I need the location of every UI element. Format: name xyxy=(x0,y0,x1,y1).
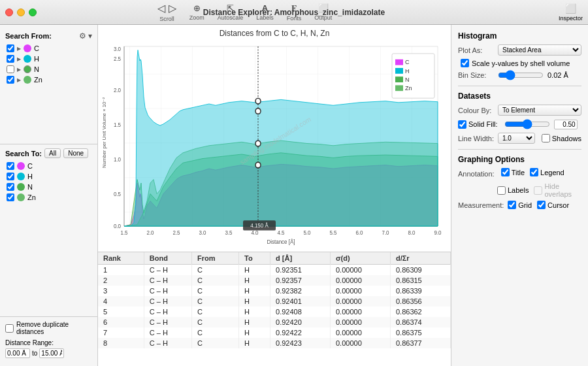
annotation-row: Annotation: Title Legend xyxy=(458,168,581,179)
svg-text:7.0: 7.0 xyxy=(382,229,389,236)
sidebar: Search From: ⚙ ▾ ▶ C ▶ H ▶ xyxy=(0,25,98,366)
bin-size-label: Bin Size: xyxy=(458,71,494,79)
search-to-header: Search To: All None xyxy=(0,148,97,158)
labels-checkbox[interactable] xyxy=(497,186,506,195)
title-checkbox[interactable] xyxy=(501,168,510,176)
svg-text:Number per Unit Volume × 10⁻²: Number per Unit Volume × 10⁻² xyxy=(101,97,107,168)
atom-n-to-checkbox[interactable] xyxy=(7,183,14,191)
atom-c-to-label: C xyxy=(27,162,33,170)
gear-button[interactable]: ⚙ ▾ xyxy=(79,31,92,41)
grid-checkbox-row: Grid xyxy=(508,201,532,209)
solid-fill-slider[interactable] xyxy=(504,119,550,129)
plot-as-select[interactable]: Stacked Area xyxy=(498,44,581,56)
minimize-button[interactable] xyxy=(17,8,25,16)
all-button[interactable]: All xyxy=(44,148,61,158)
measurement-label: Measurement: xyxy=(458,201,504,209)
atom-zn-to-checkbox[interactable] xyxy=(7,193,14,201)
svg-rect-40 xyxy=(395,85,403,91)
list-item: Zn xyxy=(5,192,92,203)
zoom-icon: ⊕ xyxy=(193,3,201,13)
title-label: Title xyxy=(512,169,525,176)
table-row: 8C – HCH0.924230.000000.86377 xyxy=(98,338,451,348)
atom-zn-label: Zn xyxy=(34,76,42,84)
svg-text:2.0: 2.0 xyxy=(114,87,121,93)
atom-h-label: H xyxy=(34,55,39,63)
atom-h-color xyxy=(24,55,31,63)
cursor-checkbox[interactable] xyxy=(537,201,546,209)
hide-overlaps-checkbox[interactable] xyxy=(534,186,542,195)
col-bond: Bond xyxy=(144,252,191,265)
scale-y-checkbox[interactable] xyxy=(461,59,469,67)
zoom-tool[interactable]: ⊕ Zoom xyxy=(189,3,204,21)
svg-text:0.0: 0.0 xyxy=(114,223,121,229)
scroll-tool[interactable]: ◁ ▷ Scroll xyxy=(157,2,176,22)
col-rank: Rank xyxy=(98,252,144,265)
range-to-input[interactable] xyxy=(39,348,64,358)
range-to-label: to xyxy=(32,350,37,357)
list-item: ▶ N xyxy=(5,64,92,75)
close-button[interactable] xyxy=(5,8,13,16)
svg-text:0.5: 0.5 xyxy=(114,190,121,197)
atom-zn-from-checkbox[interactable] xyxy=(7,76,14,84)
solid-fill-row: Solid Fill: xyxy=(458,119,581,129)
maximize-button[interactable] xyxy=(29,8,37,16)
none-button[interactable]: None xyxy=(63,148,88,158)
svg-text:Zn: Zn xyxy=(405,84,412,92)
inspector-panel: Histogram Plot As: Stacked Area Scale y-… xyxy=(451,25,588,366)
list-item: H xyxy=(5,171,92,182)
atom-h-to-color xyxy=(17,173,25,180)
range-label: Distance Range: xyxy=(5,339,54,346)
scale-y-label: Scale y-values by shell volume xyxy=(472,59,570,67)
atom-n-label: N xyxy=(34,65,39,73)
col-d: d [Å] xyxy=(270,252,331,265)
solid-fill-input[interactable] xyxy=(554,120,578,129)
datasets-section-title: Datasets xyxy=(458,92,581,101)
svg-text:N: N xyxy=(405,75,410,83)
chart-area[interactable]: Distances from C to C, H, N, Zn xyxy=(98,25,451,252)
inspector-button[interactable]: ⬜ Inspector xyxy=(559,3,583,22)
svg-text:2.5: 2.5 xyxy=(114,56,121,62)
atom-zn-to-label: Zn xyxy=(27,193,36,201)
atom-c-to-checkbox[interactable] xyxy=(7,162,14,170)
colour-by-select[interactable]: To Element xyxy=(498,105,581,116)
svg-text:5.5: 5.5 xyxy=(329,229,336,236)
table-row: 5C – HCH0.924080.000000.86362 xyxy=(98,307,451,317)
line-width-select[interactable]: 1.0 xyxy=(498,133,535,144)
center-area: Distances from C to C, H, N, Zn xyxy=(98,25,451,366)
data-table-area: Rank Bond From To d [Å] σ(d) d/Σr 1C – H… xyxy=(98,252,451,366)
duplicate-checkbox[interactable] xyxy=(5,324,14,333)
range-inputs: to xyxy=(5,348,92,358)
atom-n-color xyxy=(24,65,31,73)
expand-arrow-icon: ▶ xyxy=(17,77,21,83)
search-to-label: Search To: xyxy=(5,150,42,158)
histogram-section-title: Histogram xyxy=(458,31,581,41)
bin-size-slider[interactable] xyxy=(498,70,544,80)
atom-h-from-checkbox[interactable] xyxy=(7,55,14,63)
atom-n-to-label: N xyxy=(27,183,33,191)
grid-label: Grid xyxy=(518,201,532,209)
cursor-checkbox-row: Cursor xyxy=(537,201,569,209)
atom-c-to-color xyxy=(17,162,25,170)
col-dsr: d/Σr xyxy=(390,252,450,265)
main-layout: Search From: ⚙ ▾ ▶ C ▶ H ▶ xyxy=(0,25,588,366)
svg-text:4.5: 4.5 xyxy=(277,229,284,236)
atom-h-to-checkbox[interactable] xyxy=(7,173,14,180)
plot-as-label: Plot As: xyxy=(458,46,494,54)
atom-c-from-checkbox[interactable] xyxy=(7,44,14,52)
range-from-input[interactable] xyxy=(5,348,30,358)
chart-svg: 0.0 0.5 1.0 1.5 2.0 2.5 3.0 Number per U… xyxy=(98,39,451,248)
shadows-label: Shadows xyxy=(552,135,581,142)
hide-overlaps-row: Hide overlaps xyxy=(534,182,581,198)
atom-c-label: C xyxy=(34,44,39,52)
annotation-grid: Title Legend xyxy=(498,168,570,176)
duplicate-label: Remove duplicate distances xyxy=(16,321,92,335)
legend-checkbox[interactable] xyxy=(530,168,538,176)
atom-h-to-label: H xyxy=(27,173,33,180)
range-row: Distance Range: xyxy=(5,339,92,346)
graphing-section-title: Graphing Options xyxy=(458,155,581,164)
atom-n-from-checkbox[interactable] xyxy=(7,65,14,73)
grid-checkbox[interactable] xyxy=(508,201,516,209)
solid-fill-checkbox[interactable] xyxy=(458,120,466,129)
svg-text:Distance [Å]: Distance [Å] xyxy=(267,239,295,245)
shadows-checkbox[interactable] xyxy=(542,134,550,142)
